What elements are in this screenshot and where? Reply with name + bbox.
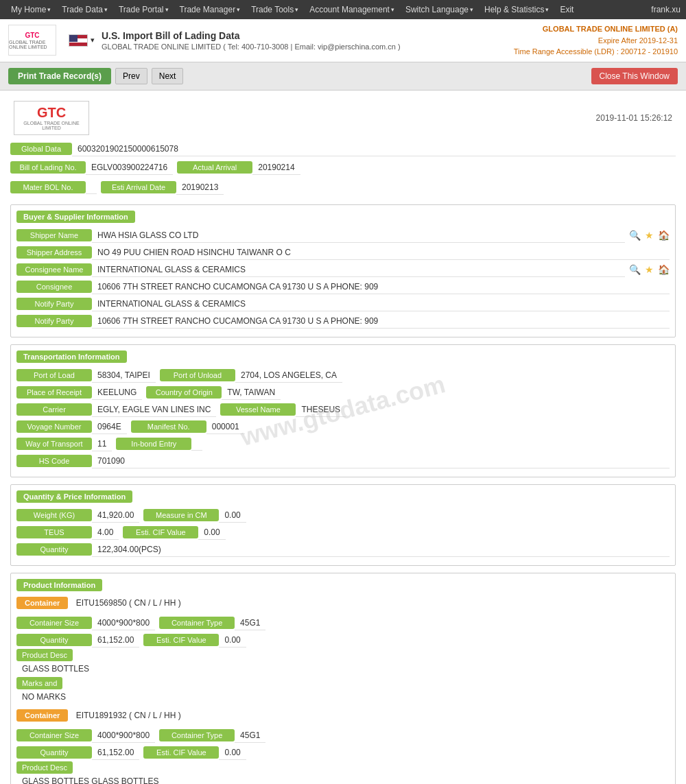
print-button-top[interactable]: Print Trade Record(s)	[8, 68, 111, 84]
way-of-transport-row: Way of Transport 11	[16, 437, 112, 451]
prev-button-top[interactable]: Prev	[115, 68, 147, 84]
in-bond-entry-value	[191, 437, 202, 451]
esti-arrival-row: Esti Arrival Date 20190213	[101, 180, 224, 195]
record-timestamp: 2019-11-01 15:26:12	[596, 113, 672, 123]
nav-trade-data[interactable]: Trade Data ▾	[56, 5, 113, 14]
shipper-address-label: Shipper Address	[16, 246, 92, 259]
star-icon-2[interactable]: ★	[643, 263, 655, 276]
shipper-address-row: Shipper Address NO 49 PUU CHIEN ROAD HSI…	[16, 246, 670, 260]
container-2-id: EITU1891932 ( CN / L / HH )	[76, 711, 181, 720]
container-1-qty-row: Quantity 61,152.00	[16, 633, 139, 648]
shipper-name-label: Shipper Name	[16, 229, 92, 241]
shipper-name-value: HWA HSIA GLASS CO LTD	[92, 228, 625, 243]
container-1-marks-section: Marks and	[16, 678, 670, 688]
nav-trade-manager[interactable]: Trade Manager ▾	[174, 5, 246, 14]
esti-arrival-label: Esti Arrival Date	[101, 181, 176, 193]
logo-area: GTC GLOBAL TRADE ONLINE LIMITED ▾	[8, 25, 102, 56]
measure-in-cm-value: 0.00	[219, 508, 246, 523]
container-2-qty-row: Quantity 61,152.00	[16, 746, 139, 760]
container-1-desc-section: Product Desc	[16, 650, 670, 660]
record-logo: GTC GLOBAL TRADE ONLINE LIMITED	[14, 101, 89, 135]
notify-party-1-row: Notify Party INTERNATIONAL GLASS & CERAM…	[16, 297, 670, 311]
global-data-label: Global Data	[10, 143, 72, 155]
star-icon[interactable]: ★	[643, 229, 655, 241]
in-bond-entry-label: In-bond Entry	[116, 438, 191, 450]
container-2-qty-value: 61,152.00	[92, 746, 139, 760]
page-header: GTC GLOBAL TRADE ONLINE LIMITED ▾ U.S. I…	[0, 19, 686, 62]
shipper-name-row: Shipper Name HWA HSIA GLASS CO LTD 🔍 ★ 🏠	[16, 228, 670, 243]
next-button-top[interactable]: Next	[152, 68, 184, 84]
weight-kg-value: 41,920.00	[92, 508, 139, 523]
shipper-name-icons: 🔍 ★ 🏠	[628, 229, 670, 241]
container-2-desc-label: Product Desc	[16, 761, 73, 774]
nav-trade-tools[interactable]: Trade Tools ▾	[246, 5, 304, 14]
port-of-load-value: 58304, TAIPEI	[92, 368, 156, 383]
consignee-label: Consignee	[16, 281, 92, 293]
quantity-value: 122,304.00(PCS)	[92, 543, 670, 557]
home-icon-2[interactable]: 🏠	[657, 263, 670, 276]
nav-exit[interactable]: Exit	[554, 5, 579, 14]
notify-party-1-label: Notify Party	[16, 298, 92, 310]
container-1-type-row: Container Type 45G1	[159, 616, 265, 630]
search-icon-2[interactable]: 🔍	[628, 263, 641, 276]
esti-cif-value-row: Esti. CIF Value 0.00	[123, 525, 225, 540]
nav-account-management[interactable]: Account Management ▾	[304, 5, 400, 14]
product-title: Product Information	[16, 579, 102, 591]
container-2-type-label: Container Type	[159, 729, 235, 741]
consignee-name-row: Consignee Name INTERNATIONAL GLASS & CER…	[16, 263, 670, 277]
manifest-no-row: Manifest No. 000001	[131, 420, 245, 434]
toolbar-top: Print Trade Record(s) Prev Next Close Th…	[0, 62, 686, 91]
container-1: Container EITU1569850 ( CN / L / HH ) Co…	[16, 597, 670, 704]
place-of-receipt-label: Place of Receipt	[16, 386, 92, 399]
container-1-qty-value: 61,152.00	[92, 633, 139, 648]
bill-of-lading-label: Bill of Lading No.	[10, 161, 86, 174]
quantity-row: Quantity 122,304.00(PCS)	[16, 543, 670, 557]
container-2-qty-label: Quantity	[16, 746, 92, 759]
weight-kg-label: Weight (KG)	[16, 509, 92, 521]
transportation-title: Transportation Information	[16, 351, 127, 363]
country-of-origin-row: Country of Origin TW, TAIWAN	[146, 385, 281, 400]
shipper-address-value: NO 49 PUU CHIEN ROAD HSINCHU TAIWANR O C	[92, 246, 670, 260]
carrier-label: Carrier	[16, 403, 92, 416]
place-of-receipt-row: Place of Receipt KEELUNG	[16, 385, 142, 400]
logged-in-user: frank.xu	[651, 5, 681, 14]
container-2-size-label: Container Size	[16, 729, 92, 741]
way-of-transport-value: 11	[92, 437, 112, 451]
bill-of-lading-value: EGLV003900224716	[86, 161, 173, 175]
nav-help-statistics[interactable]: Help & Statistics ▾	[479, 5, 554, 14]
weight-kg-row: Weight (KG) 41,920.00	[16, 508, 139, 523]
container-1-cif-row: Esti. CIF Value 0.00	[143, 633, 246, 648]
nav-switch-language[interactable]: Switch Language ▾	[400, 5, 479, 14]
buyer-supplier-title: Buyer & Supplier Information	[16, 211, 135, 223]
nav-my-home[interactable]: My Home ▾	[5, 5, 56, 14]
voyage-number-value: 0964E	[92, 420, 127, 434]
actual-arrival-label: Actual Arrival	[177, 161, 252, 174]
container-1-type-value: 45G1	[235, 616, 265, 630]
home-icon[interactable]: 🏠	[657, 229, 670, 241]
port-of-load-row: Port of Load 58304, TAIPEI	[16, 368, 156, 383]
consignee-value: 10606 7TH STREET RANCHO CUCAMONGA CA 917…	[92, 280, 670, 294]
mater-bol-row: Mater BOL No.	[10, 180, 97, 195]
bol-row2: Mater BOL No. Esti Arrival Date 20190213	[10, 180, 676, 198]
container-1-size-row: Container Size 4000*900*800	[16, 616, 155, 630]
header-right: GLOBAL TRADE ONLINE LIMITED (A) Expire A…	[514, 23, 678, 58]
container-1-qty-label: Quantity	[16, 634, 92, 646]
container-2-size-row: Container Size 4000*900*800	[16, 728, 155, 743]
main-content: GTC GLOBAL TRADE ONLINE LIMITED 2019-11-…	[0, 91, 686, 785]
nav-trade-portal[interactable]: Trade Portal ▾	[113, 5, 174, 14]
measure-in-cm-row: Measure in CM 0.00	[143, 508, 246, 523]
notify-party-2-row: Notify Party 10606 7TH STREET RANCHO CUC…	[16, 314, 670, 329]
page-title: U.S. Import Bill of Lading Data	[102, 30, 514, 41]
manifest-no-label: Manifest No.	[131, 420, 206, 433]
close-button-top[interactable]: Close This Window	[591, 68, 678, 84]
search-icon[interactable]: 🔍	[628, 229, 641, 241]
container-1-cif-value: 0.00	[219, 633, 246, 648]
actual-arrival-value: 20190214	[252, 161, 300, 175]
esti-cif-value-label: Esti. CIF Value	[123, 526, 198, 538]
buyer-supplier-section: Buyer & Supplier Information Shipper Nam…	[10, 204, 676, 337]
port-of-unload-value: 2704, LOS ANGELES, CA	[235, 368, 342, 383]
us-flag	[69, 34, 88, 47]
quantity-label: Quantity	[16, 543, 92, 556]
country-of-origin-value: TW, TAIWAN	[222, 385, 281, 400]
port-of-load-label: Port of Load	[16, 369, 92, 381]
